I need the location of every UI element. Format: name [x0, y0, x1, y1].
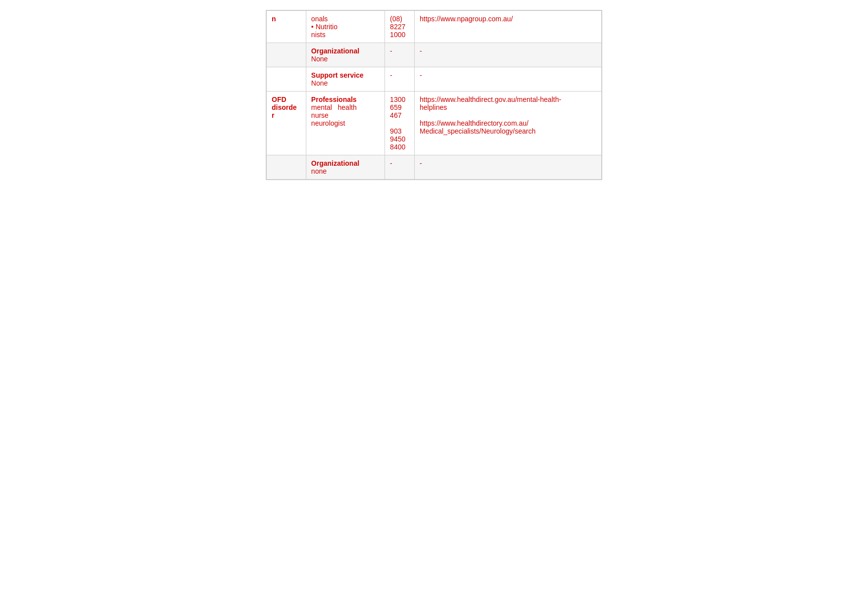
phone-8400: 8400 [390, 143, 405, 151]
phone-1000: 1000 [390, 31, 405, 39]
data-table: n onals Nutritionists (08) 8227 1000 [266, 10, 602, 180]
organizational-label-ofd: Organizational [311, 159, 359, 167]
disorder-cell-org-n [267, 43, 306, 67]
type-cell-organizational-n: Organizational None [306, 43, 385, 67]
url-cell-ofd-professionals: https://www.healthdirect.gov.au/mental-h… [414, 92, 601, 155]
disorder-ofd: OFD [272, 95, 287, 103]
phone-903: 903 [390, 127, 401, 135]
url-npagroup: https://www.npagroup.com.au/ [420, 15, 513, 23]
phone-1300: 1300 [390, 95, 405, 103]
professionals-label-ofd: Professionals [311, 95, 357, 103]
phone-8227: 8227 [390, 23, 405, 31]
dash-org-ofd-url: - [420, 159, 422, 167]
table-row: n onals Nutritionists (08) 8227 1000 [267, 11, 602, 43]
type-cell-organizational-ofd: Organizational none [306, 155, 385, 180]
url-healthdirectory: https://www.healthdirectory.com.au/ [420, 119, 529, 127]
phone-cell-n: (08) 8227 1000 [385, 11, 415, 43]
organizational-label-n: Organizational [311, 47, 359, 55]
url-cell-org-ofd: - [414, 155, 601, 180]
type-cell-professionals-ofd: Professionals mental health nurse neurol… [306, 92, 385, 155]
neurologist-label: neurologist [311, 119, 345, 127]
url-healthdirect: https://www.healthdirect.gov.au/mental-h… [420, 95, 561, 103]
phone-9450: 9450 [390, 135, 405, 143]
table-row-org-ofd: Organizational none - - [267, 155, 602, 180]
type-cell-support-n: Support service None [306, 67, 385, 92]
type-nutritionists-list: Nutritionists [311, 23, 380, 39]
type-onals-text: onals [311, 15, 328, 23]
organizational-none-n: None [311, 55, 328, 63]
type-nutritionists-item: Nutritionists [311, 23, 380, 39]
phone-08: (08) [390, 15, 402, 23]
table-row-support-n: Support service None - - [267, 67, 602, 92]
phone-cell-org-ofd: - [385, 155, 415, 180]
url-cell-n: https://www.npagroup.com.au/ [414, 11, 601, 43]
dash-url-org-n: - [420, 47, 422, 55]
disorder-cell-n: n [267, 11, 306, 43]
phone-467: 467 [390, 111, 401, 119]
support-service-label: Support service [311, 71, 364, 79]
table-row-ofd-professionals: OFD disorde r Professionals mental healt… [267, 92, 602, 155]
disorder-cell-support-n [267, 67, 306, 92]
phone-cell-support-n: - [385, 67, 415, 92]
type-cell-onals: onals Nutritionists [306, 11, 385, 43]
disorder-label-n: n [272, 15, 276, 23]
nutritionists-label: Nutritionists [311, 23, 338, 39]
url-neurology: Medical_specialists/Neurology/search [420, 127, 535, 135]
url-cell-org-n: - [414, 43, 601, 67]
nurse-label: nurse [311, 111, 329, 119]
phone-cell-org-n: - [385, 43, 415, 67]
phone-659: 659 [390, 103, 401, 111]
disorder-disorde: disorde [272, 103, 297, 111]
dash-support-phone: - [390, 71, 392, 79]
organizational-none-ofd: none [311, 167, 327, 175]
disorder-r: r [272, 111, 274, 119]
dash-org-ofd-phone: - [390, 159, 392, 167]
url-helplines: helplines [420, 103, 447, 111]
table-row-org-n: Organizational None - - [267, 43, 602, 67]
phone-cell-ofd-professionals: 1300 659 467 903 9450 8400 [385, 92, 415, 155]
dash-support-url: - [420, 71, 422, 79]
mental-health-label: mental health [311, 103, 357, 111]
dash-org-n: - [390, 47, 392, 55]
disorder-cell-ofd: OFD disorde r [267, 92, 306, 155]
support-service-none: None [311, 79, 328, 87]
health-label: health [338, 103, 357, 111]
url-cell-support-n: - [414, 67, 601, 92]
main-table-container: n onals Nutritionists (08) 8227 1000 [266, 10, 602, 180]
disorder-cell-org-ofd [267, 155, 306, 180]
